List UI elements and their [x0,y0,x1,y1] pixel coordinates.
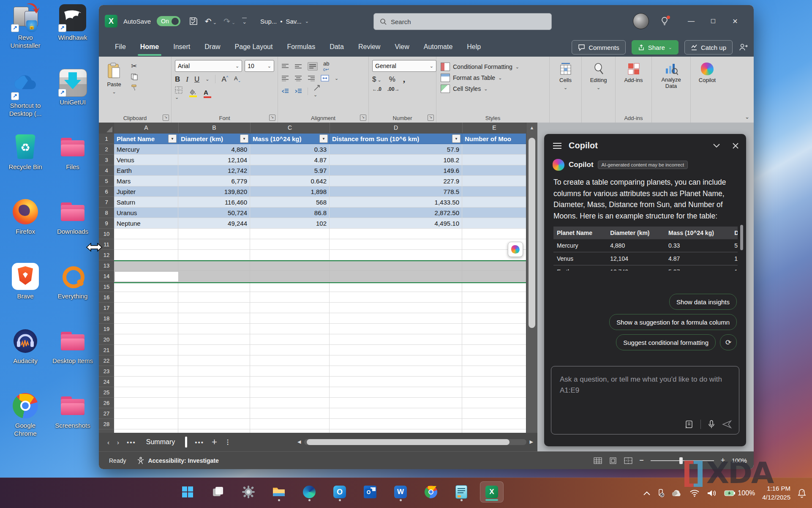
cell-C21[interactable] [250,345,330,355]
cell-B23[interactable] [178,366,250,377]
tab-options-icon[interactable]: ⋮ [225,438,231,446]
collapse-panel-icon[interactable] [713,144,720,148]
ribbon-tab-file[interactable]: File [114,41,127,52]
analyze-data-button[interactable]: Analyze Data [655,60,687,90]
decrease-font-icon[interactable]: A⌄ [234,76,241,83]
customize-qat-icon[interactable]: ⌄ [242,18,247,25]
desktop-icon-recycle-bin[interactable]: ♻ Recycle Bin [3,134,47,171]
conditional-formatting-button[interactable]: Conditional Formatting⌄ [441,63,545,71]
excel-app-icon[interactable]: X [105,15,117,27]
ribbon-tab-formulas[interactable]: Formulas [286,41,316,52]
copy-icon[interactable] [131,74,138,80]
cell-A20[interactable] [114,334,178,345]
cell-D7[interactable]: 1,433.50 [330,197,462,208]
cell-C9[interactable]: 102 [250,218,330,229]
new-sheet-button[interactable]: + [212,437,217,448]
save-status[interactable]: Sav... [286,18,302,25]
row-header-29[interactable]: 29 [99,429,114,433]
alignment-dialog-launcher[interactable]: ↘ [360,115,366,121]
italic-button[interactable]: I [186,76,188,83]
row-header-7[interactable]: 7 [99,197,114,208]
prev-sheet-icon[interactable]: ‹ [107,439,109,446]
desktop-icon-unigetui[interactable]: ↗ UniGetUI [51,69,95,107]
cell-C8[interactable]: 86.8 [250,208,330,218]
cell-C28[interactable] [250,419,330,429]
underline-button[interactable]: U [194,76,199,83]
cell-B11[interactable] [178,239,250,250]
taskbar-icon-word[interactable]: W [389,481,412,503]
row-header-8[interactable]: 8 [99,208,114,218]
cell-B12[interactable] [178,250,250,260]
taskbar-icon-start[interactable] [176,481,199,503]
wrap-text-icon[interactable]: abc↩ [323,61,329,72]
desktop-icon-audacity[interactable]: Audacity [3,328,47,365]
cell-D28[interactable] [330,419,462,429]
cell-D16[interactable] [330,292,462,303]
wifi-icon[interactable] [689,489,700,497]
taskbar-icon-explorer[interactable] [267,481,291,503]
cell-A21[interactable] [114,345,178,355]
notification-bell-icon[interactable]: zz [798,489,806,498]
page-break-view-icon[interactable] [624,457,632,464]
row-header-24[interactable]: 24 [99,377,114,387]
percent-style-icon[interactable]: % [389,76,395,83]
cell-A2[interactable]: Mercury [114,144,178,155]
filter-button[interactable]: ▼ [168,134,177,143]
cell-B16[interactable] [178,292,250,303]
cell-B17[interactable] [178,303,250,313]
cell-C18[interactable] [250,313,330,324]
filter-button[interactable]: ▼ [319,134,328,143]
cell-B2[interactable]: 4,880 [178,144,250,155]
sheet-list-icon[interactable]: ••• [127,439,136,446]
cell-E7[interactable] [462,197,526,208]
bold-button[interactable]: B [175,76,180,83]
format-painter-icon[interactable] [131,84,138,91]
tray-overflow-icon[interactable] [643,491,650,495]
table-header-cell[interactable]: Distance from Sun (10^6 km)▼ [330,134,462,144]
row-header-1[interactable]: 1 [99,134,114,144]
cell-C24[interactable] [250,377,330,387]
cell-B9[interactable]: 49,244 [178,218,250,229]
cell-E16[interactable] [462,292,526,303]
cell-D23[interactable] [330,366,462,377]
ribbon-tab-automate[interactable]: Automate [423,41,453,52]
cell-B22[interactable] [178,355,250,366]
increase-indent-icon[interactable] [294,88,302,94]
cell-E8[interactable] [462,208,526,218]
cell-E25[interactable] [462,387,526,398]
cell-D27[interactable] [330,408,462,419]
cell-B3[interactable]: 12,104 [178,155,250,165]
row-header-17[interactable]: 17 [99,303,114,313]
cell-B25[interactable] [178,387,250,398]
cell-E26[interactable] [462,398,526,408]
cell-A7[interactable]: Saturn [114,197,178,208]
cell-D21[interactable] [330,345,462,355]
undo-button[interactable]: ↶ ⌄ [205,16,217,26]
cell-B18[interactable] [178,313,250,324]
cell-C23[interactable] [250,366,330,377]
cell-D2[interactable]: 57.9 [330,144,462,155]
cell-C17[interactable] [250,303,330,313]
cell-B27[interactable] [178,408,250,419]
row-header-6[interactable]: 6 [99,186,114,197]
cell-A18[interactable] [114,313,178,324]
panel-scrollbar-thumb[interactable] [740,225,743,250]
ribbon-tab-help[interactable]: Help [466,41,482,52]
cell-A10[interactable] [114,229,178,239]
prompt-guide-icon[interactable] [684,420,694,429]
desktop-icon-downloads[interactable]: Downloads [51,198,95,236]
desktop-icon-revo-uninstaller[interactable]: 🔒 ↗ Revo Uninstaller [3,4,47,50]
taskbar-icon-chrome[interactable] [419,481,443,503]
align-bottom-icon[interactable] [308,62,318,71]
number-dialog-launcher[interactable]: ↘ [428,115,434,121]
column-header-D[interactable]: D [330,123,463,133]
cell-E18[interactable] [462,313,526,324]
cell-E28[interactable] [462,419,526,429]
cell-A8[interactable]: Uranus [114,208,178,218]
column-header-B[interactable]: B [178,123,251,133]
select-all-corner[interactable] [99,123,114,134]
cell-A26[interactable] [114,398,178,408]
cell-C3[interactable]: 4.87 [250,155,330,165]
row-header-14[interactable]: 14 [99,271,114,281]
table-header-cell[interactable]: Number of Moo [462,134,526,144]
